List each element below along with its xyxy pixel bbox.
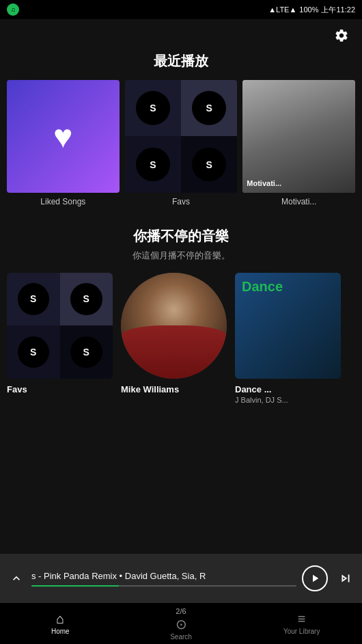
search-icon: ⊙ [176, 617, 187, 631]
favs-collage-art [125, 80, 238, 193]
status-bar: ▲LTE▲ 100% 上午11:22 [0, 0, 362, 19]
dance-overlay-text: Dance [242, 280, 283, 293]
liked-songs-label: Liked Songs [7, 197, 120, 206]
battery-indicator: 100% [299, 5, 318, 14]
favs-cell-1 [125, 80, 181, 136]
dance-card-label: Dance ... [235, 384, 341, 394]
progress-fill [31, 585, 119, 587]
spin-logo-2 [192, 91, 225, 124]
now-playing-progress [31, 585, 296, 587]
motivation-item[interactable]: Motivati... Motivati... [242, 80, 355, 206]
nav-library[interactable]: ≡ Your Library [241, 608, 362, 639]
network-indicator: ▲LTE▲ [268, 5, 296, 14]
spin-card-logo-2 [70, 283, 102, 315]
status-right: ▲LTE▲ 100% 上午11:22 [268, 5, 355, 15]
spin-card-logo-4 [70, 336, 102, 368]
now-playing-title: s - Pink Panda Remix • David Guetta, Sia… [31, 571, 296, 581]
liked-songs-art: ♥ [7, 80, 120, 193]
mike-williams-card[interactable]: Mike Williams [121, 273, 227, 404]
favs-card-cell-2 [60, 273, 113, 326]
favs-card-cell-4 [60, 325, 113, 379]
spin-logo-4 [192, 148, 225, 181]
dance-inner: Dance [235, 273, 341, 379]
nav-search[interactable]: 2/6 ⊙ Search [121, 603, 242, 645]
spin-logo-1 [136, 91, 169, 124]
home-icon: ⌂ [56, 612, 64, 626]
liked-songs-item[interactable]: ♥ Liked Songs [7, 80, 120, 206]
dance-card[interactable]: Dance Dance ... J Balvin, DJ S... [235, 273, 341, 404]
dance-card-art: Dance [235, 273, 341, 379]
favs-item[interactable]: Favs [125, 80, 238, 206]
favs-cell-4 [181, 136, 237, 192]
motivation-art: Motivati... [242, 80, 355, 193]
library-icon: ≡ [298, 612, 306, 626]
play-icon [309, 572, 321, 585]
dance-card-sublabel: J Balvin, DJ S... [235, 396, 341, 404]
favs-cell-2 [181, 80, 237, 136]
heart-icon: ♥ [53, 118, 73, 155]
favs-label: Favs [125, 197, 238, 206]
recent-section-title: 最近播放 [0, 52, 362, 70]
favs-cell-3 [125, 136, 181, 192]
library-label: Your Library [283, 628, 320, 635]
section2-subtitle: 你這個月播不停的音樂。 [7, 250, 355, 262]
favs-card-art [7, 273, 113, 379]
chevron-up-icon [10, 572, 23, 585]
recent-grid: ♥ Liked Songs Favs [0, 80, 362, 206]
motivation-label: Motivati... [242, 197, 355, 206]
home-label: Home [51, 628, 70, 635]
section2-scroll-row[interactable]: Favs Mike Williams Dance Dance ... J Bal [7, 273, 355, 410]
section2: 你播不停的音樂 你這個月播不停的音樂。 [0, 227, 362, 410]
top-bar [0, 19, 362, 48]
search-page-counter: 2/6 [176, 607, 186, 615]
motivation-bg [242, 80, 355, 193]
now-playing-controls [302, 565, 355, 591]
play-pause-button[interactable] [302, 565, 328, 591]
favs-card-cell-3 [7, 325, 60, 379]
favs-card[interactable]: Favs [7, 273, 113, 404]
section2-title: 你播不停的音樂 [7, 227, 355, 245]
nav-home[interactable]: ⌂ Home [0, 608, 121, 639]
search-label: Search [170, 633, 192, 641]
now-playing-info: s - Pink Panda Remix • David Guetta, Sia… [31, 571, 296, 587]
mike-photo [121, 273, 227, 379]
skip-next-button[interactable] [336, 569, 355, 588]
main-scroll-area: 最近播放 ♥ Liked Songs [0, 19, 362, 554]
spotify-logo [7, 3, 19, 16]
time-display: 上午11:22 [321, 5, 355, 15]
skip-next-icon [338, 571, 353, 586]
spin-card-logo-1 [18, 283, 50, 315]
settings-button[interactable] [332, 26, 351, 45]
mike-card-label: Mike Williams [121, 384, 227, 394]
chevron-up-button[interactable] [7, 569, 26, 588]
motivation-text: Motivati... [247, 179, 281, 187]
spin-card-logo-3 [18, 336, 50, 368]
spin-logo-3 [136, 148, 169, 181]
gear-icon [334, 28, 349, 43]
mike-jacket [121, 325, 227, 379]
now-playing-bar[interactable]: s - Pink Panda Remix • David Guetta, Sia… [0, 554, 362, 603]
favs-card-cell-1 [7, 273, 60, 326]
bottom-nav: ⌂ Home 2/6 ⊙ Search ≡ Your Library [0, 603, 362, 644]
favs-card-label: Favs [7, 384, 113, 394]
